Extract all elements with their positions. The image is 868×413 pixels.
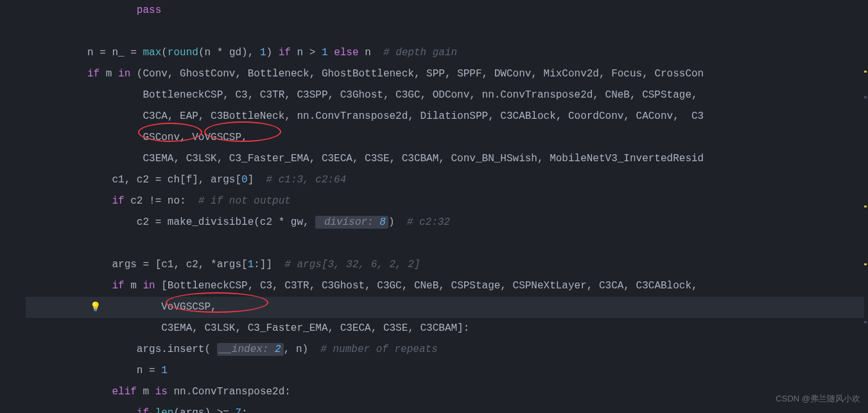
code-line: GSConv, VoVGSCSP, xyxy=(26,127,868,148)
code-line: if c2 != no: # if not output xyxy=(26,191,868,212)
scrollbar-mark xyxy=(864,206,867,207)
code-line: C3EMA, C3LSK, C3_Faster_EMA, C3ECA, C3SE… xyxy=(26,148,868,170)
lightbulb-icon[interactable]: 💡 xyxy=(90,297,101,318)
comment: # c2:32 xyxy=(407,216,450,228)
code-line: n = 1 xyxy=(26,360,868,382)
code-line: n = n_ = max(round(n * gd), 1) if n > 1 … xyxy=(26,42,868,64)
comment: # c1:3, c2:64 xyxy=(266,174,346,186)
comment: # number of repeats xyxy=(320,344,437,355)
scrollbar-mark xyxy=(864,263,867,265)
code-line xyxy=(26,21,868,42)
code-line xyxy=(26,233,868,254)
watermark: CSDN @弗兰随风小欢 xyxy=(776,388,860,409)
code-line: args.insert( __index: 2, n) # number of … xyxy=(26,339,868,360)
code-line: elif m is nn.ConvTranspose2d: xyxy=(26,382,868,403)
code-line: if m in (Conv, GhostConv, Bottleneck, Gh… xyxy=(26,64,868,85)
highlighted-module-vovgscsp: VoVGSCSP, xyxy=(161,301,216,313)
comment: # args[3, 32, 6, 2, 2] xyxy=(284,259,420,270)
code-line: args = [c1, c2, *args[1:]] # args[3, 32,… xyxy=(26,254,868,276)
code-line: C3EMA, C3LSK, C3_Faster_EMA, C3ECA, C3SE… xyxy=(26,318,868,339)
code-line: c1, c2 = ch[f], args[0] # c1:3, c2:64 xyxy=(26,170,868,191)
comment: # if not output xyxy=(198,195,291,207)
scrollbar-mark xyxy=(864,96,867,98)
param-hint-divisor: divisor: 8 xyxy=(315,216,388,229)
code-line: C3CA, EAP, C3BottleNeck, nn.ConvTranspos… xyxy=(26,106,868,127)
param-hint-index: __index: 2 xyxy=(217,343,284,356)
highlighted-modules: GSConv, VoVGSCSP, xyxy=(143,132,247,143)
code-line: if m in [BottleneckCSP, C3, C3TR, C3Ghos… xyxy=(26,276,868,297)
scrollbar-track[interactable] xyxy=(864,0,868,413)
code-line: pass xyxy=(26,0,868,21)
keyword-pass: pass xyxy=(137,4,161,16)
code-line-current: VoVGSCSP, xyxy=(26,297,868,318)
comment: # depth gain xyxy=(383,47,457,58)
code-editor[interactable]: pass n = n_ = max(round(n * gd), 1) if n… xyxy=(0,0,868,413)
scrollbar-mark xyxy=(864,321,867,323)
code-line: c2 = make_divisible(c2 * gw, divisor: 8)… xyxy=(26,212,868,233)
code-line: BottleneckCSP, C3, C3TR, C3SPP, C3Ghost,… xyxy=(26,85,868,106)
scrollbar-mark xyxy=(864,71,867,73)
code-line: if len(args) >= 7: xyxy=(26,403,868,413)
